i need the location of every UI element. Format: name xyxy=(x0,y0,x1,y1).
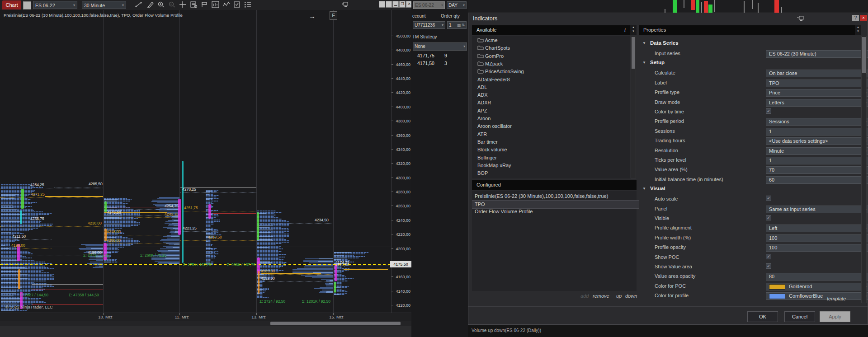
down-link[interactable]: down xyxy=(625,293,637,299)
data-box-icon[interactable] xyxy=(190,1,199,9)
dom-period-combo[interactable]: DAY ▾ xyxy=(447,1,467,9)
chart-style-icon[interactable] xyxy=(212,1,221,9)
property-select[interactable]: Letters▾ xyxy=(766,99,868,107)
property-input[interactable]: 80 xyxy=(766,273,868,281)
configured-item[interactable]: Order Flow Volume Profile xyxy=(472,208,639,215)
configured-item[interactable]: Preislinie(ES 06-22 (30 Minute),100,100,… xyxy=(472,192,639,200)
ok-button[interactable]: OK xyxy=(747,311,778,322)
pencil-icon[interactable] xyxy=(146,1,156,9)
property-checkbox[interactable]: ✓ xyxy=(766,263,771,269)
zoom-out-icon[interactable] xyxy=(168,1,177,9)
scrollbar-thumb[interactable] xyxy=(270,322,401,325)
scrollbar-thumb[interactable] xyxy=(862,37,866,73)
property-group-header[interactable]: Visual xyxy=(650,186,665,191)
property-select[interactable]: Same as input series▾ xyxy=(766,206,868,213)
up-link[interactable]: up xyxy=(616,293,622,299)
available-item[interactable]: ADataFeeder8 xyxy=(472,76,636,84)
property-select[interactable]: <Use data series settings>▾ xyxy=(766,137,868,145)
available-folder[interactable]: GomPro xyxy=(472,52,636,60)
chart-plot-area[interactable]: 4284,254285,504271,254236,754230,004211,… xyxy=(0,10,391,313)
window-button-1[interactable] xyxy=(379,1,385,8)
available-item[interactable]: BOP xyxy=(472,169,636,177)
property-input[interactable]: 1 xyxy=(766,157,868,164)
available-item[interactable]: ADX xyxy=(472,91,636,99)
property-select[interactable]: On bar close▾ xyxy=(766,70,868,77)
collapse-arrow-icon[interactable]: ▼ xyxy=(642,41,646,45)
property-select[interactable]: Left▾ xyxy=(766,225,868,232)
available-item[interactable]: Bar timer xyxy=(472,138,636,146)
available-folder[interactable]: ChartSpots xyxy=(472,44,636,52)
atm-strategy-combo[interactable]: None ▾ xyxy=(413,42,467,51)
property-group-header[interactable]: Setup xyxy=(650,60,665,65)
qty-stepper[interactable]: 1 ⇅ ▦ xyxy=(447,21,467,29)
property-checkbox[interactable]: ✓ xyxy=(766,108,771,114)
instrument-selector-icon[interactable] xyxy=(23,1,31,9)
indicator-line-icon[interactable] xyxy=(222,1,231,9)
apply-button[interactable]: Apply xyxy=(820,311,850,322)
spinner-icon[interactable]: ⇅ xyxy=(462,22,465,29)
available-item[interactable]: BookMap xRay xyxy=(472,162,636,169)
properties-scrollbar[interactable] xyxy=(861,36,867,303)
remove-link[interactable]: remove xyxy=(593,293,609,299)
calculator-icon[interactable]: ▦ xyxy=(457,22,461,29)
ladder-row[interactable]: 4171,503 xyxy=(411,61,468,68)
property-checkbox[interactable]: ✓ xyxy=(766,254,771,259)
restore-button[interactable]: ❐ xyxy=(399,1,406,8)
available-item[interactable]: Block volume xyxy=(472,146,636,154)
flag-box[interactable]: F xyxy=(330,11,337,20)
list-spinner[interactable]: ▲▼ xyxy=(630,25,637,35)
scrollbar-thumb[interactable] xyxy=(632,37,635,69)
available-item[interactable]: APZ xyxy=(472,107,636,115)
available-folder[interactable]: Acme xyxy=(472,37,636,44)
property-select[interactable]: Minute▾ xyxy=(766,147,868,155)
available-item[interactable]: Aroon oscillator xyxy=(472,122,636,130)
strategy-check-icon[interactable] xyxy=(233,1,242,9)
price-marker-icon[interactable] xyxy=(201,1,210,9)
close-icon[interactable]: × xyxy=(860,15,867,21)
property-input[interactable]: ES 06-22 (30 Minute) xyxy=(766,50,868,58)
window-button-2[interactable] xyxy=(386,1,392,8)
interval-combo[interactable]: 30 Minute ▾ xyxy=(82,1,126,9)
crosshair-icon[interactable] xyxy=(179,1,188,9)
help-button[interactable]: ? xyxy=(852,15,859,21)
collapse-arrow-icon[interactable]: ▼ xyxy=(642,187,646,191)
property-select[interactable]: CornflowerBlue▾ xyxy=(766,292,868,300)
property-checkbox[interactable]: ✓ xyxy=(766,196,771,201)
zoom-in-icon[interactable] xyxy=(157,1,166,9)
property-input[interactable]: 60 xyxy=(766,176,868,184)
trend-line-icon[interactable] xyxy=(135,1,144,9)
ladder-row[interactable]: 4171,759 xyxy=(411,53,468,60)
pin-icon[interactable] xyxy=(342,2,348,7)
instrument-combo[interactable]: ES 06-22 ▾ xyxy=(33,1,77,9)
dom-instrument-combo[interactable]: ES 06-22 ▾ xyxy=(413,1,445,9)
property-select[interactable]: Price▾ xyxy=(766,89,868,97)
properties-spinner[interactable]: ▲▼ xyxy=(855,25,861,35)
pin-icon[interactable] xyxy=(797,16,804,21)
property-input[interactable]: 1 xyxy=(766,128,868,136)
available-item[interactable]: ADL xyxy=(472,84,636,91)
info-icon[interactable]: i xyxy=(624,25,626,35)
property-input[interactable]: 100 xyxy=(766,244,868,252)
available-item[interactable]: ADXR xyxy=(472,99,636,107)
available-item[interactable]: Aroon xyxy=(472,115,636,122)
property-checkbox[interactable]: ✓ xyxy=(766,215,771,220)
time-axis[interactable]: 10. Mrz11. Mrz13. Mrz15. Mrz xyxy=(0,313,411,321)
property-select[interactable]: Goldenrod▾ xyxy=(766,283,868,290)
minimize-button[interactable]: ▁ xyxy=(392,1,399,8)
template-link[interactable]: template xyxy=(827,296,846,301)
collapse-arrow-icon[interactable]: ▼ xyxy=(642,61,646,65)
available-item[interactable]: Bollinger xyxy=(472,154,636,162)
available-folder[interactable]: MZpack xyxy=(472,60,636,68)
account-combo[interactable]: U7711236 ▾ xyxy=(413,21,445,29)
chart-window-tab[interactable]: Chart xyxy=(2,0,21,9)
property-input[interactable]: 70 xyxy=(766,166,868,174)
property-input[interactable]: TPO xyxy=(766,80,868,87)
property-group-header[interactable]: Data Series xyxy=(650,40,679,46)
available-item[interactable]: ATR xyxy=(472,131,636,138)
property-input[interactable]: 100 xyxy=(766,234,868,242)
properties-list-icon[interactable] xyxy=(244,1,253,9)
property-select[interactable]: Sessions▾ xyxy=(766,118,868,126)
scroll-to-end-arrow-icon[interactable]: → xyxy=(309,12,316,20)
available-folder[interactable]: PriceActionSwing xyxy=(472,68,636,75)
available-scrollbar[interactable] xyxy=(631,36,636,178)
